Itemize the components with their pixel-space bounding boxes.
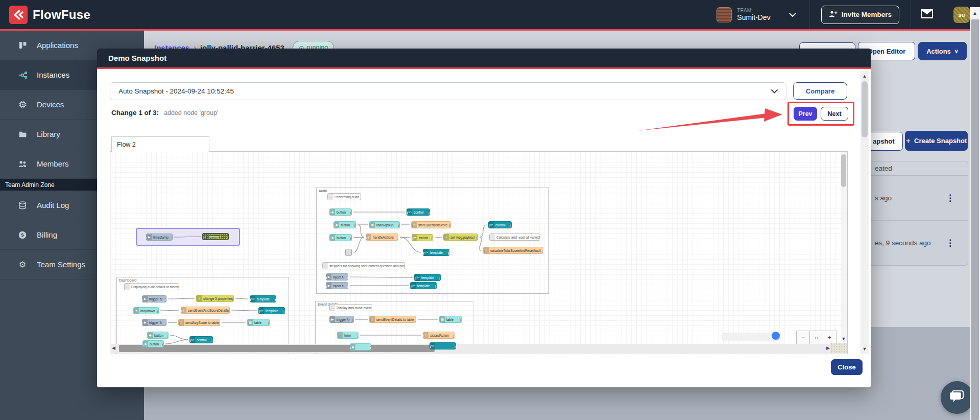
- flow-node-icon: ◆: [330, 209, 335, 215]
- change-counter: Change 1 of 3:: [111, 109, 159, 116]
- flow-node-label: button: [153, 332, 165, 338]
- user-avatar[interactable]: su: [953, 7, 970, 23]
- gear-icon: ⚙: [17, 260, 28, 270]
- demo-snapshot-modal: Demo Snapshot Auto Snapshot - 2024-09-24…: [97, 49, 871, 387]
- team-selector[interactable]: TEAM: Sumit-Dev: [703, 0, 809, 29]
- flow-node-label: switch: [417, 235, 429, 241]
- chevron-down-icon: [771, 87, 778, 95]
- flow-node: ƒhandleActions: [366, 234, 398, 241]
- flow-node: ⇄switch: [412, 234, 433, 241]
- flow-node-label: closedAction: [428, 332, 450, 338]
- top-header: FlowFuse TEAM: Sumit-Dev: [0, 0, 980, 29]
- flowfuse-logo-icon: [9, 6, 28, 24]
- flow-node-label: inject ↻: [331, 283, 346, 289]
- flow-node-icon: ƒ: [366, 234, 371, 240]
- snapshot-select[interactable]: Auto Snapshot - 2024-09-24 10:52:45: [110, 82, 786, 100]
- flow-node-icon: ◆: [330, 235, 335, 241]
- flow-node-icon: ƒ: [484, 247, 489, 253]
- flow-node-label: button: [335, 235, 347, 241]
- scrollbar-thumb[interactable]: [971, 19, 979, 420]
- flow-wires: [110, 152, 848, 354]
- flow-node: ◆button: [329, 234, 352, 241]
- billing-icon: $: [17, 230, 28, 240]
- flow-node-label: button: [335, 209, 347, 215]
- flow-node: ƒsendEventAndScoreDetails: [181, 307, 230, 314]
- mail-icon[interactable]: [921, 9, 933, 20]
- flow-node-label: template: [428, 249, 444, 255]
- brand[interactable]: FlowFuse: [0, 6, 90, 24]
- flow-node-label: calculateTotalScoreAndResetAudit: [489, 247, 543, 253]
- flow-node-label: steppers for showing user current questi…: [328, 263, 404, 269]
- flow-node-label: control: [195, 337, 208, 343]
- header-accent-line: [0, 29, 980, 31]
- scroll-down-icon[interactable]: ▼: [861, 345, 869, 353]
- flow-node-label: Performing audit: [333, 194, 361, 200]
- flow-node: ◉radio-group: [369, 221, 400, 228]
- flow-node: ×set msg.payload: [443, 234, 478, 241]
- compare-button[interactable]: Compare: [793, 82, 847, 100]
- flow-node-icon: ⇄: [412, 235, 417, 241]
- kebab-menu-icon[interactable]: ⋮: [946, 196, 954, 201]
- create-snapshot-button[interactable]: + Create Snapshot: [905, 131, 968, 151]
- invite-members-button[interactable]: Invite Members: [821, 6, 899, 24]
- svg-text:$: $: [21, 232, 24, 238]
- prev-next-highlight-box: Prev Next: [787, 102, 854, 126]
- flow-node-icon: ◉: [370, 222, 375, 228]
- chat-widget-button[interactable]: [941, 381, 973, 414]
- flow-node-label: change 5 properties: [202, 295, 233, 301]
- flow-node-icon: ▶: [142, 319, 148, 325]
- red-annotation-arrow: [633, 105, 792, 135]
- flow-node-icon: ≡: [203, 234, 208, 240]
- flow-node: …steppers for showing user current quest…: [322, 262, 405, 269]
- flow-node: </>control: [488, 221, 512, 228]
- tab-flow-2[interactable]: Flow 2: [111, 136, 209, 152]
- page-scrollbar[interactable]: ▲: [970, 7, 980, 420]
- instances-icon: [17, 70, 28, 80]
- flow-node-icon: </>: [259, 308, 264, 314]
- flow-node-icon: </>: [411, 283, 416, 289]
- flow-canvas[interactable]: Event detailsDashboardAudit − ○ + ▼ ◀ ▶ …: [110, 151, 848, 354]
- flow-node-icon: ▶: [147, 234, 152, 240]
- flow-node-label: handleActions: [371, 234, 395, 240]
- flow-node-label: radio-group: [375, 222, 395, 228]
- kebab-menu-icon[interactable]: ⋮: [946, 241, 954, 246]
- scroll-up-icon[interactable]: ▲: [861, 72, 869, 80]
- flow-node: ◆: [350, 343, 371, 351]
- flow-node-label: button: [148, 341, 160, 347]
- table-row: s ago ⋮: [863, 176, 968, 220]
- flow-node: ƒstoreQuestionScore: [411, 221, 451, 228]
- scroll-up-icon[interactable]: ▲: [970, 7, 980, 18]
- prev-button[interactable]: Prev: [794, 107, 817, 121]
- flow-node: …Calculate and reset all variable: [489, 234, 540, 241]
- flow-node-icon: ◆: [334, 222, 339, 228]
- scrollbar-thumb[interactable]: [862, 81, 868, 137]
- modal-scrollbar[interactable]: ▲ ▼: [861, 71, 869, 354]
- flow-node-icon: ƒ: [423, 332, 428, 338]
- flow-node: ▶trigger ↻: [329, 316, 354, 323]
- flow-node-icon: ƒ: [181, 307, 186, 313]
- team-avatar: [716, 7, 732, 22]
- snapshots-table: eated s ago ⋮ es, 9 seconds ago ⋮: [862, 161, 968, 266]
- flow-node: </>template: [258, 307, 285, 314]
- flow-node-label: trigger ↻: [148, 319, 164, 325]
- flow-node-label: sendEventAndScoreDetails: [186, 307, 229, 313]
- flow-node: ≡debug 1: [202, 233, 229, 240]
- flow-node: …Display and close events: [329, 304, 372, 311]
- flow-node-icon: …: [490, 234, 495, 240]
- actions-button[interactable]: Actions ∨: [918, 42, 967, 60]
- flow-node-icon: </>: [407, 209, 412, 215]
- flow-node: …Displaying audit details of month: [124, 283, 179, 290]
- flow-node-icon: ☰: [338, 332, 343, 338]
- flow-node: ◆button: [333, 221, 356, 228]
- flow-node-label: control: [494, 222, 507, 228]
- table-header-created: eated: [863, 161, 968, 176]
- folder-icon: [17, 129, 28, 139]
- flow-node-label: table: [445, 316, 455, 322]
- team-label: TEAM:: [737, 8, 770, 13]
- close-button[interactable]: Close: [831, 359, 863, 375]
- flow-node: ▶timestamp: [146, 234, 173, 241]
- flow-node-icon: ƒ: [370, 316, 375, 322]
- flow-node-icon: ▦: [248, 319, 253, 325]
- next-button[interactable]: Next: [821, 107, 848, 121]
- flow-node-label: storeQuestionScore: [417, 222, 449, 228]
